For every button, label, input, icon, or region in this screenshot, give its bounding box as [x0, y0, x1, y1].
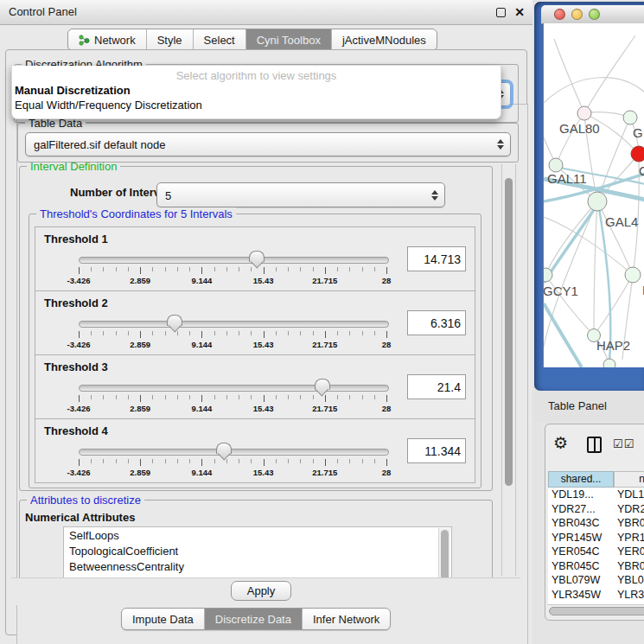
cell-shared-name[interactable]: YER054C: [552, 545, 614, 558]
network-edge[interactable]: [594, 201, 597, 335]
attribute-item[interactable]: BetweennessCentrality: [64, 558, 451, 574]
cell-shared-name[interactable]: YBL079W: [552, 574, 614, 586]
network-edge-highlighted[interactable]: [544, 205, 597, 283]
settings-scroll-viewport: Interval Definition Number of Intervals …: [12, 163, 501, 577]
slider-thumb[interactable]: [216, 443, 232, 454]
network-edge[interactable]: [594, 275, 633, 335]
tick-label: -3.426: [67, 468, 91, 477]
cell-name[interactable]: YLR345W: [617, 589, 644, 601]
tab-network[interactable]: Network: [68, 29, 146, 50]
screen: Control Panel ✕ NetworkStyleSelectCyni T…: [0, 0, 644, 644]
tick-label: 21.715: [312, 276, 337, 285]
network-node-label: GAL80: [559, 121, 600, 136]
cell-shared-name[interactable]: YPR145W: [552, 532, 614, 544]
minor-tick: [116, 267, 117, 271]
control-panel-title: Control Panel: [9, 5, 77, 18]
column-checkboxes-icon[interactable]: ☑☑: [613, 437, 634, 450]
cell-shared-name[interactable]: YBR045C: [552, 560, 614, 572]
algorithm-option-2[interactable]: Equal Width/Frequency Discretization: [15, 99, 202, 112]
slider-track[interactable]: [79, 321, 389, 328]
split-columns-icon[interactable]: [587, 437, 602, 453]
scrollbar-thumb[interactable]: [441, 530, 449, 577]
tick-label: 2.859: [130, 468, 150, 477]
major-tick: [325, 395, 326, 402]
table-row[interactable]: YBR045CYBR045C: [548, 559, 644, 574]
network-edge[interactable]: [554, 39, 584, 113]
tab-infer-network[interactable]: Infer Network: [302, 609, 390, 629]
float-panel-icon[interactable]: [494, 6, 507, 18]
table-row[interactable]: YLR345WYLR345W: [548, 588, 644, 603]
attribute-item[interactable]: SelfLoops: [64, 527, 451, 543]
zoom-traffic-light[interactable]: [589, 9, 600, 20]
slider-track[interactable]: [79, 449, 389, 456]
table-row[interactable]: YDR27...YDR27: [548, 502, 644, 517]
network-node-gal4[interactable]: [588, 192, 607, 211]
minimize-traffic-light[interactable]: [571, 9, 583, 20]
slider-track[interactable]: [79, 385, 389, 392]
network-canvas[interactable]: GAL80G.GAL11CGAL4GCY1HHAP2: [543, 23, 644, 367]
cell-name[interactable]: YBL079W: [617, 574, 644, 586]
threshold-value-field[interactable]: [407, 438, 466, 463]
tab-discretize-data[interactable]: Discretize Data: [204, 609, 302, 629]
network-node-label: GCY1: [544, 284, 578, 298]
attributes-list-scrollbar[interactable]: [438, 528, 450, 577]
cell-name[interactable]: YBR043C: [617, 517, 644, 529]
slider-thumb[interactable]: [249, 251, 265, 262]
column-header-shared-name[interactable]: shared...: [548, 471, 614, 488]
table-row[interactable]: YER054CYER054C: [548, 545, 644, 559]
tab-impute-data[interactable]: Impute Data: [122, 609, 204, 629]
scrollbar-thumb[interactable]: [549, 607, 644, 615]
threshold-value-field[interactable]: [407, 374, 466, 399]
threshold-value-field[interactable]: [407, 246, 466, 271]
threshold-box-3: Threshold 3-3.4262.8599.14415.4321.71528: [35, 354, 475, 419]
tab-select[interactable]: Select: [193, 29, 245, 50]
algorithm-option-1[interactable]: Manual Discretization: [15, 84, 131, 97]
close-traffic-light[interactable]: [554, 9, 565, 20]
network-node-h-partial[interactable]: [625, 267, 641, 283]
network-node-red-selected[interactable]: [631, 146, 644, 162]
table-row[interactable]: YDL19...YDL19: [548, 488, 644, 502]
network-edge[interactable]: [584, 35, 635, 113]
cell-name[interactable]: YDR27: [617, 503, 644, 515]
network-node-gal-partial[interactable]: [623, 111, 637, 124]
tab-jactivemnodules[interactable]: jActiveMNodules: [331, 29, 437, 50]
table-row[interactable]: YBR043CYBR043C: [548, 516, 644, 531]
slider-thumb[interactable]: [315, 379, 330, 390]
thresholds-group-title: Threshold's Coordinates for 5 Intervals: [36, 207, 236, 220]
table-horizontal-scrollbar[interactable]: [547, 604, 644, 615]
network-edge-highlighted[interactable]: [544, 303, 582, 367]
cell-shared-name[interactable]: YLR345W: [552, 589, 614, 601]
numerical-attributes-list[interactable]: SelfLoopsTopologicalCoefficientBetweenne…: [63, 526, 452, 577]
slider-track[interactable]: [79, 257, 389, 264]
column-header-name[interactable]: na...: [614, 471, 644, 488]
apply-button[interactable]: Apply: [231, 581, 291, 601]
cell-name[interactable]: YER054C: [617, 545, 644, 558]
cell-name[interactable]: YDL19: [617, 488, 644, 501]
attribute-item[interactable]: TopologicalCoefficient: [64, 543, 451, 558]
major-tick: [201, 267, 202, 274]
cell-name[interactable]: YBR045C: [617, 560, 644, 572]
network-node-gal80[interactable]: [577, 106, 591, 120]
cell-name[interactable]: YPR145W: [617, 532, 644, 544]
gear-icon[interactable]: ⚙: [553, 433, 568, 453]
tab-cyni-toolbox[interactable]: Cyni Toolbox: [245, 29, 331, 50]
table-row[interactable]: YBL079WYBL079W: [548, 573, 644, 588]
scrollbar-thumb[interactable]: [505, 178, 513, 486]
network-node-gal11[interactable]: [549, 158, 563, 172]
settings-vertical-scrollbar[interactable]: [501, 164, 516, 576]
cell-shared-name[interactable]: YBR043C: [552, 517, 614, 529]
cell-shared-name[interactable]: YDL19...: [552, 488, 614, 501]
network-node-bottom-node[interactable]: [603, 359, 615, 367]
network-edge[interactable]: [544, 78, 644, 103]
number-of-intervals-combobox[interactable]: 5: [156, 182, 445, 207]
table-data-combobox[interactable]: galFiltered.sif default node: [25, 132, 511, 156]
minor-tick: [152, 459, 153, 463]
threshold-value-field[interactable]: [407, 310, 466, 335]
close-panel-icon[interactable]: ✕: [513, 6, 526, 18]
table-panel-titlebar: Table Panel: [532, 391, 644, 422]
tab-style[interactable]: Style: [146, 29, 193, 50]
cell-shared-name[interactable]: YDR27...: [552, 503, 614, 515]
table-row[interactable]: YPR145WYPR145W: [548, 531, 644, 545]
network-icon: [79, 35, 90, 46]
slider-thumb[interactable]: [167, 315, 182, 326]
